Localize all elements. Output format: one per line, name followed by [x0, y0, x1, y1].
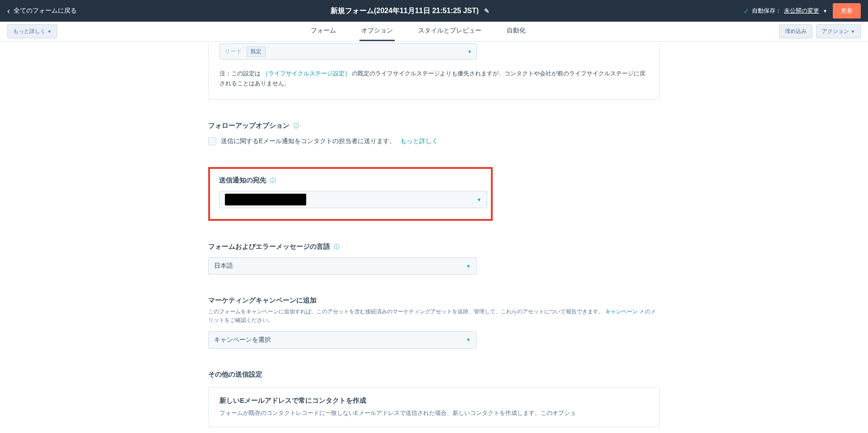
- more-label: もっと詳しく: [13, 28, 46, 35]
- campaign-link[interactable]: キャンペーン ↗: [605, 308, 645, 315]
- language-title-text: フォームおよびエラーメッセージの言語: [208, 242, 330, 251]
- notify-highlight-box: 送信通知の宛先 ⓘ ▼: [208, 167, 493, 221]
- subnav-right: 埋め込み アクション ▼: [779, 24, 861, 38]
- tab-options[interactable]: オプション: [359, 22, 395, 41]
- campaign-description: このフォームをキャンペーンに追加すれば、このアセットを含む接続済みのマーケティン…: [208, 307, 660, 325]
- app-header: ‹ 全てのフォームに戻る 新規フォーム(2024年11月11日 21:51:25…: [0, 0, 868, 22]
- info-icon[interactable]: ⓘ: [293, 122, 299, 130]
- language-value: 日本語: [214, 262, 233, 270]
- notify-recipient-select[interactable]: ▼: [219, 191, 487, 208]
- notify-section-wrap: 送信通知の宛先 ⓘ ▼: [208, 167, 660, 221]
- update-button[interactable]: 更新: [833, 3, 861, 19]
- tab-style-preview[interactable]: スタイルとプレビュー: [416, 22, 483, 41]
- back-link[interactable]: ‹ 全てのフォームに戻る: [7, 6, 77, 16]
- language-section: フォームおよびエラーメッセージの言語 ⓘ 日本語 ▼: [208, 242, 660, 275]
- campaign-link-text: キャンペーン: [605, 308, 638, 315]
- info-icon[interactable]: ⓘ: [334, 243, 340, 251]
- autosave-link: 未公開の変更: [784, 7, 819, 15]
- action-label: アクション: [822, 28, 849, 35]
- tab-automation[interactable]: 自動化: [505, 22, 527, 41]
- header-title-wrap: 新規フォーム(2024年11月11日 21:51:25 JST) ✎: [331, 6, 490, 16]
- card-description: フォームが既存のコンタクトレコードに一致しないEメールアドレスで送信された場合、…: [219, 409, 649, 418]
- lead-label: リード: [224, 47, 242, 56]
- chevron-left-icon: ‹: [7, 6, 10, 16]
- tab-bar: フォーム オプション スタイルとプレビュー 自動化: [309, 22, 527, 41]
- caret-down-icon: ▼: [851, 29, 855, 34]
- sub-nav: もっと詳しく ▼ フォーム オプション スタイルとプレビュー 自動化 埋め込み …: [0, 22, 868, 42]
- campaign-desc-prefix: このフォームをキャンペーンに追加すれば、このアセットを含む接続済みのマーケティン…: [208, 308, 604, 315]
- notify-title-text: 送信通知の宛先: [219, 176, 266, 185]
- caret-down-icon: ▼: [47, 29, 51, 34]
- campaign-select[interactable]: キャンペーンを選択 ▼: [208, 331, 476, 349]
- followup-section: フォローアップオプション ⓘ 送信に関するEメール通知をコンタクトの担当者に送り…: [208, 121, 660, 145]
- pencil-icon[interactable]: ✎: [484, 7, 490, 14]
- autosave-prefix: 自動保存：: [752, 7, 781, 15]
- page-title: 新規フォーム(2024年11月11日 21:51:25 JST): [331, 6, 479, 16]
- caret-down-icon: ▼: [823, 9, 827, 14]
- more-details-button[interactable]: もっと詳しく ▼: [7, 24, 57, 38]
- followup-checkbox-label: 送信に関するEメール通知をコンタクトの担当者に送ります。: [221, 137, 396, 145]
- followup-title-text: フォローアップオプション: [208, 121, 289, 130]
- card-title: 新しいEメールアドレスで常にコンタクトを作成: [219, 396, 649, 405]
- campaign-placeholder: キャンペーンを選択: [214, 336, 271, 344]
- tab-form[interactable]: フォーム: [309, 22, 338, 41]
- lifecycle-settings-link[interactable]: ［ライフサイクルステージ設定］: [262, 70, 350, 77]
- info-icon[interactable]: ⓘ: [270, 177, 276, 185]
- language-title: フォームおよびエラーメッセージの言語 ⓘ: [208, 242, 660, 251]
- caret-down-icon: ▼: [466, 337, 471, 342]
- campaign-section: マーケティングキャンペーンに追加 このフォームをキャンペーンに追加すれば、このア…: [208, 296, 660, 348]
- campaign-title: マーケティングキャンペーンに追加: [208, 296, 660, 305]
- embed-button[interactable]: 埋め込み: [779, 24, 812, 38]
- language-select[interactable]: 日本語 ▼: [208, 257, 476, 275]
- followup-checkbox-row: 送信に関するEメール通知をコンタクトの担当者に送ります。 もっと詳しく: [208, 137, 660, 145]
- external-link-icon: ↗: [639, 309, 644, 314]
- followup-title: フォローアップオプション ⓘ: [208, 121, 660, 130]
- action-button[interactable]: アクション ▼: [816, 24, 861, 38]
- note-prefix: 注：この設定は: [219, 70, 261, 77]
- default-badge: 既定: [247, 47, 266, 57]
- back-label: 全てのフォームに戻る: [14, 7, 77, 15]
- content-area: リード 既定 ▼ 注：この設定は ［ライフサイクルステージ設定］ の既定のライフ…: [0, 43, 868, 433]
- lifecycle-panel: リード 既定 ▼ 注：この設定は ［ライフサイクルステージ設定］ の既定のライフ…: [208, 43, 660, 100]
- recipient-chip-redacted: [225, 194, 306, 205]
- check-icon: ✓: [743, 7, 749, 15]
- other-settings-title: その他の送信設定: [208, 370, 660, 379]
- notify-title: 送信通知の宛先 ⓘ: [219, 176, 482, 185]
- autosave-status[interactable]: ✓ 自動保存： 未公開の変更 ▼: [743, 7, 827, 15]
- caret-down-icon: ▼: [477, 197, 481, 202]
- followup-more-link[interactable]: もっと詳しく: [400, 137, 438, 145]
- other-settings-section: その他の送信設定 新しいEメールアドレスで常にコンタクトを作成 フォームが既存の…: [208, 370, 660, 428]
- always-create-contact-card: 新しいEメールアドレスで常にコンタクトを作成 フォームが既存のコンタクトレコード…: [208, 387, 660, 428]
- lifecycle-stage-select[interactable]: リード 既定 ▼: [219, 43, 477, 60]
- caret-down-icon: ▼: [467, 49, 472, 54]
- lifecycle-note: 注：この設定は ［ライフサイクルステージ設定］ の既定のライフサイクルステージよ…: [219, 69, 649, 88]
- header-actions: ✓ 自動保存： 未公開の変更 ▼ 更新: [743, 3, 861, 19]
- caret-down-icon: ▼: [466, 264, 471, 269]
- followup-checkbox[interactable]: [208, 137, 216, 145]
- subnav-left: もっと詳しく ▼: [7, 24, 57, 38]
